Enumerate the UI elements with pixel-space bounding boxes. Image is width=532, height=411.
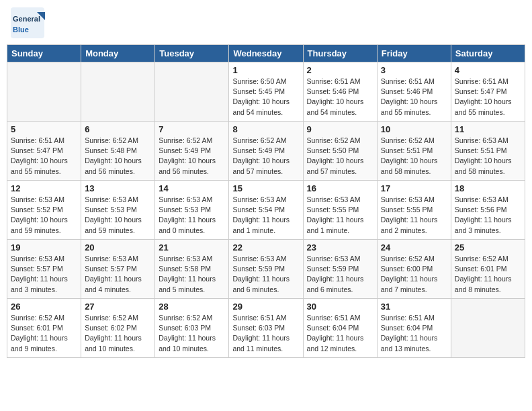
day-number: 10 — [381, 124, 447, 134]
day-number: 29 — [232, 302, 299, 312]
calendar-cell: 28Sunrise: 6:52 AMSunset: 6:03 PMDayligh… — [155, 299, 229, 358]
day-number: 11 — [455, 124, 521, 134]
calendar-cell: 20Sunrise: 6:53 AMSunset: 5:57 PMDayligh… — [81, 240, 155, 299]
calendar-cell: 19Sunrise: 6:53 AMSunset: 5:57 PMDayligh… — [7, 240, 81, 299]
day-info: Sunrise: 6:51 AMSunset: 6:03 PMDaylight:… — [232, 313, 299, 354]
day-number: 8 — [232, 124, 299, 134]
calendar-week-4: 19Sunrise: 6:53 AMSunset: 5:57 PMDayligh… — [7, 240, 525, 299]
day-info: Sunrise: 6:52 AMSunset: 6:03 PMDaylight:… — [159, 313, 225, 354]
calendar-cell — [7, 62, 81, 122]
calendar-week-1: 1Sunrise: 6:50 AMSunset: 5:45 PMDaylight… — [7, 62, 525, 122]
calendar-cell: 13Sunrise: 6:53 AMSunset: 5:53 PMDayligh… — [81, 181, 155, 240]
svg-text:Blue: Blue — [13, 26, 29, 34]
calendar-cell: 11Sunrise: 6:53 AMSunset: 5:51 PMDayligh… — [451, 122, 525, 181]
calendar-week-3: 12Sunrise: 6:53 AMSunset: 5:52 PMDayligh… — [7, 181, 525, 240]
day-number: 17 — [381, 183, 447, 193]
calendar-cell: 12Sunrise: 6:53 AMSunset: 5:52 PMDayligh… — [7, 181, 81, 240]
calendar-cell: 24Sunrise: 6:52 AMSunset: 6:00 PMDayligh… — [377, 240, 451, 299]
page-header: GeneralBlue — [7, 7, 525, 39]
day-info: Sunrise: 6:51 AMSunset: 6:04 PMDaylight:… — [307, 313, 373, 354]
day-number: 22 — [232, 242, 299, 253]
day-number: 6 — [85, 124, 151, 134]
day-info: Sunrise: 6:53 AMSunset: 5:56 PMDaylight:… — [455, 195, 521, 236]
day-info: Sunrise: 6:53 AMSunset: 5:57 PMDaylight:… — [85, 254, 151, 295]
day-number: 12 — [11, 183, 77, 193]
calendar-cell: 26Sunrise: 6:52 AMSunset: 6:01 PMDayligh… — [7, 299, 81, 358]
calendar-cell — [451, 299, 525, 358]
day-number: 31 — [381, 302, 447, 312]
day-info: Sunrise: 6:51 AMSunset: 5:46 PMDaylight:… — [381, 77, 447, 118]
column-header-wednesday: Wednesday — [229, 45, 303, 62]
calendar-cell: 23Sunrise: 6:53 AMSunset: 5:59 PMDayligh… — [303, 240, 377, 299]
day-number: 9 — [307, 124, 373, 134]
calendar-cell: 30Sunrise: 6:51 AMSunset: 6:04 PMDayligh… — [303, 299, 377, 358]
day-number: 1 — [232, 65, 299, 75]
day-info: Sunrise: 6:53 AMSunset: 5:51 PMDaylight:… — [455, 136, 521, 177]
day-info: Sunrise: 6:52 AMSunset: 5:49 PMDaylight:… — [232, 136, 299, 177]
day-info: Sunrise: 6:50 AMSunset: 5:45 PMDaylight:… — [232, 77, 299, 118]
column-header-sunday: Sunday — [7, 45, 81, 62]
calendar-cell: 5Sunrise: 6:51 AMSunset: 5:47 PMDaylight… — [7, 122, 81, 181]
day-info: Sunrise: 6:53 AMSunset: 5:59 PMDaylight:… — [232, 254, 299, 295]
day-info: Sunrise: 6:53 AMSunset: 5:53 PMDaylight:… — [85, 195, 151, 236]
day-info: Sunrise: 6:53 AMSunset: 5:54 PMDaylight:… — [232, 195, 299, 236]
day-number: 15 — [232, 183, 299, 193]
calendar-cell: 6Sunrise: 6:52 AMSunset: 5:48 PMDaylight… — [81, 122, 155, 181]
day-number: 28 — [159, 302, 225, 312]
column-header-thursday: Thursday — [303, 45, 377, 62]
day-number: 5 — [11, 124, 77, 134]
calendar-cell: 14Sunrise: 6:53 AMSunset: 5:53 PMDayligh… — [155, 181, 229, 240]
day-info: Sunrise: 6:52 AMSunset: 5:51 PMDaylight:… — [381, 136, 447, 177]
calendar-cell: 15Sunrise: 6:53 AMSunset: 5:54 PMDayligh… — [229, 181, 303, 240]
calendar-cell — [81, 62, 155, 122]
day-number: 14 — [159, 183, 225, 193]
day-number: 24 — [381, 242, 447, 253]
day-info: Sunrise: 6:52 AMSunset: 6:01 PMDaylight:… — [11, 313, 77, 354]
calendar-cell: 4Sunrise: 6:51 AMSunset: 5:47 PMDaylight… — [451, 62, 525, 122]
day-info: Sunrise: 6:52 AMSunset: 5:48 PMDaylight:… — [85, 136, 151, 177]
logo: GeneralBlue — [10, 7, 45, 39]
day-info: Sunrise: 6:51 AMSunset: 5:47 PMDaylight:… — [11, 136, 77, 177]
day-number: 3 — [381, 65, 447, 75]
day-info: Sunrise: 6:51 AMSunset: 5:47 PMDaylight:… — [455, 77, 521, 118]
calendar-cell: 9Sunrise: 6:52 AMSunset: 5:50 PMDaylight… — [303, 122, 377, 181]
column-header-friday: Friday — [377, 45, 451, 62]
calendar-cell: 21Sunrise: 6:53 AMSunset: 5:58 PMDayligh… — [155, 240, 229, 299]
day-number: 4 — [455, 65, 521, 75]
calendar-cell: 16Sunrise: 6:53 AMSunset: 5:55 PMDayligh… — [303, 181, 377, 240]
logo-svg: GeneralBlue — [10, 7, 45, 39]
day-number: 23 — [307, 242, 373, 253]
day-info: Sunrise: 6:53 AMSunset: 5:58 PMDaylight:… — [159, 254, 225, 295]
calendar-cell: 1Sunrise: 6:50 AMSunset: 5:45 PMDaylight… — [229, 62, 303, 122]
calendar-cell: 10Sunrise: 6:52 AMSunset: 5:51 PMDayligh… — [377, 122, 451, 181]
day-info: Sunrise: 6:53 AMSunset: 5:57 PMDaylight:… — [11, 254, 77, 295]
svg-text:General: General — [13, 15, 40, 23]
day-number: 19 — [11, 242, 77, 253]
svg-rect-0 — [11, 7, 44, 38]
day-number: 30 — [307, 302, 373, 312]
day-info: Sunrise: 6:52 AMSunset: 6:00 PMDaylight:… — [381, 254, 447, 295]
calendar-cell: 2Sunrise: 6:51 AMSunset: 5:46 PMDaylight… — [303, 62, 377, 122]
calendar-cell: 7Sunrise: 6:52 AMSunset: 5:49 PMDaylight… — [155, 122, 229, 181]
day-info: Sunrise: 6:53 AMSunset: 5:55 PMDaylight:… — [381, 195, 447, 236]
day-info: Sunrise: 6:51 AMSunset: 5:46 PMDaylight:… — [307, 77, 373, 118]
day-number: 13 — [85, 183, 151, 193]
calendar-cell: 18Sunrise: 6:53 AMSunset: 5:56 PMDayligh… — [451, 181, 525, 240]
calendar-table: SundayMondayTuesdayWednesdayThursdayFrid… — [7, 44, 525, 358]
calendar-header-row: SundayMondayTuesdayWednesdayThursdayFrid… — [7, 45, 525, 62]
calendar-cell: 22Sunrise: 6:53 AMSunset: 5:59 PMDayligh… — [229, 240, 303, 299]
calendar-cell: 25Sunrise: 6:52 AMSunset: 6:01 PMDayligh… — [451, 240, 525, 299]
column-header-tuesday: Tuesday — [155, 45, 229, 62]
column-header-saturday: Saturday — [451, 45, 525, 62]
day-number: 2 — [307, 65, 373, 75]
calendar-cell: 3Sunrise: 6:51 AMSunset: 5:46 PMDaylight… — [377, 62, 451, 122]
day-info: Sunrise: 6:52 AMSunset: 6:02 PMDaylight:… — [85, 313, 151, 354]
calendar-cell: 8Sunrise: 6:52 AMSunset: 5:49 PMDaylight… — [229, 122, 303, 181]
day-number: 20 — [85, 242, 151, 253]
day-number: 18 — [455, 183, 521, 193]
day-number: 27 — [85, 302, 151, 312]
day-info: Sunrise: 6:52 AMSunset: 5:49 PMDaylight:… — [159, 136, 225, 177]
column-header-monday: Monday — [81, 45, 155, 62]
calendar-week-5: 26Sunrise: 6:52 AMSunset: 6:01 PMDayligh… — [7, 299, 525, 358]
day-info: Sunrise: 6:52 AMSunset: 5:50 PMDaylight:… — [307, 136, 373, 177]
